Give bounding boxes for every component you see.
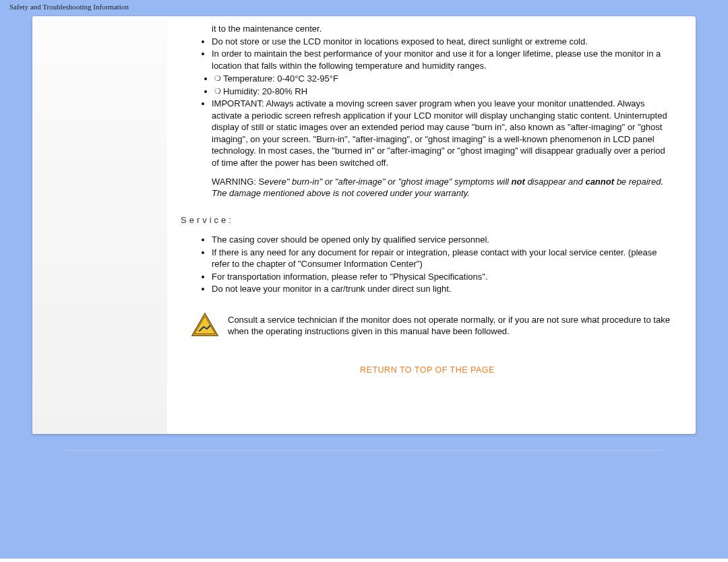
warning-cannot: cannot xyxy=(585,177,614,187)
list-item: In order to maintain the best performanc… xyxy=(212,48,674,97)
sublist-item-temperature: Temperature: 0-40°C 32-95°F xyxy=(214,73,674,85)
list-item: Do not leave your monitor in a car/trunk… xyxy=(212,283,674,295)
page-background: Safety and Troubleshooting Information i… xyxy=(0,0,728,478)
list-item: Do not store or use the LCD monitor in l… xyxy=(212,36,674,48)
warning-not: not xyxy=(512,177,525,187)
page-header-title: Safety and Troubleshooting Information xyxy=(0,0,728,16)
warning-italic-2: disappear and xyxy=(525,177,586,187)
warning-lead: WARNING: S xyxy=(212,177,264,187)
list-item: If there is any need for any document fo… xyxy=(212,247,674,270)
list-item: For transportation information, please r… xyxy=(212,271,674,283)
trailing-space xyxy=(0,478,728,559)
safety-list-main: Do not store or use the LCD monitor in l… xyxy=(181,36,674,169)
document-content: it to the maintenance center. Do not sto… xyxy=(181,16,674,376)
sublist-item-humidity: Humidity: 20-80% RH xyxy=(214,86,674,98)
page-frame: it to the maintenance center. Do not sto… xyxy=(32,16,696,451)
list-item-important: IMPORTANT: Always activate a moving scre… xyxy=(212,98,674,168)
bottom-divider xyxy=(65,450,663,451)
warning-italic-1: evere" burn-in" or "after-image" or "gho… xyxy=(264,177,511,187)
consult-row: Consult a service technician if the moni… xyxy=(181,313,674,338)
range-sublist: Temperature: 0-40°C 32-95°F Humidity: 20… xyxy=(212,73,674,97)
warning-paragraph: WARNING: Severe" burn-in" or "after-imag… xyxy=(212,176,674,199)
svg-point-2 xyxy=(209,325,211,327)
return-to-top-link[interactable]: RETURN TO TOP OF THE PAGE xyxy=(181,365,674,376)
warning-triangle-icon xyxy=(191,313,218,337)
service-list: The casing cover should be opened only b… xyxy=(181,234,674,295)
sidebar-placeholder xyxy=(32,16,167,434)
list-item: The casing cover should be opened only b… xyxy=(212,234,674,246)
document-card: it to the maintenance center. Do not sto… xyxy=(32,16,696,434)
list-item-continuation: it to the maintenance center. xyxy=(181,23,674,35)
consult-text: Consult a service technician if the moni… xyxy=(228,313,674,338)
list-item-text: In order to maintain the best performanc… xyxy=(212,49,661,71)
service-heading: Service: xyxy=(181,214,674,226)
